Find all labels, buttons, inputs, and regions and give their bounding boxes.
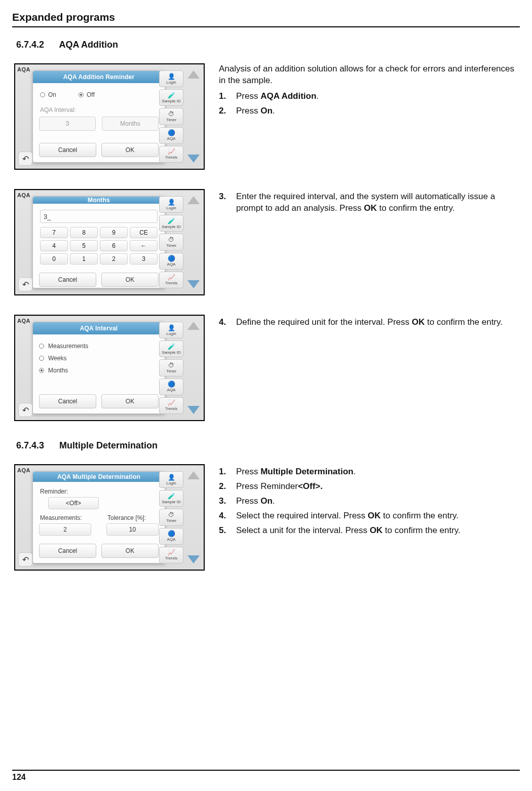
- radio-on[interactable]: On: [40, 91, 56, 98]
- ok-button[interactable]: OK: [101, 273, 159, 287]
- arrow-down-icon[interactable]: [187, 555, 200, 563]
- sidebar-trends[interactable]: 📈Trends: [159, 547, 183, 563]
- sidebar-timer[interactable]: ⏱Timer: [159, 509, 183, 525]
- aqa-icon: 🔵: [168, 255, 175, 261]
- back-arrow-icon: ↶: [22, 280, 29, 289]
- arrow-up-icon[interactable]: [187, 70, 200, 79]
- option-label: Weeks: [48, 355, 66, 362]
- back-button[interactable]: ↶: [18, 403, 32, 417]
- key-1[interactable]: 1: [70, 253, 98, 265]
- dialog-title: AQA Interval: [33, 322, 165, 334]
- sidebar-sample-id-label: Sample ID: [162, 500, 180, 504]
- sidebar-aqa[interactable]: 🔵AQA: [159, 379, 183, 395]
- section-number: 6.7.4.3: [16, 440, 44, 450]
- section-heading-aqa-addition: 6.7.4.2 AQA Addition: [16, 40, 520, 50]
- radio-dot-icon: [40, 92, 45, 97]
- back-button[interactable]: ↶: [18, 552, 32, 567]
- row-aqa-addition-1: AQA AQA Addition Reminder On Off AQA Int…: [12, 63, 520, 170]
- radio-off-label: Off: [87, 91, 95, 98]
- sidebar-timer[interactable]: ⏱Timer: [159, 108, 183, 125]
- key-backspace[interactable]: ←: [130, 240, 158, 251]
- cancel-button[interactable]: Cancel: [39, 544, 96, 558]
- interval-unit-field[interactable]: Months: [102, 117, 159, 131]
- sidebar-aqa[interactable]: 🔵AQA: [159, 528, 183, 545]
- cancel-button[interactable]: Cancel: [39, 273, 96, 287]
- key-2[interactable]: 2: [100, 253, 128, 265]
- page-number: 124: [12, 773, 520, 782]
- option-measurements[interactable]: Measurements: [39, 343, 159, 350]
- timer-icon: ⏱: [168, 512, 174, 518]
- sidebar-timer[interactable]: ⏱Timer: [159, 234, 183, 250]
- months-input[interactable]: 3_: [40, 210, 158, 223]
- key-ce[interactable]: CE: [130, 227, 158, 238]
- measurements-value-button[interactable]: 2: [39, 523, 91, 536]
- section-title: Multiple Determination: [59, 440, 158, 450]
- sidebar-sample-id[interactable]: 🧪Sample ID: [159, 490, 183, 507]
- radio-off[interactable]: Off: [79, 91, 95, 98]
- step-body: Select a unit for the interval. Press OK…: [236, 525, 516, 537]
- ok-button[interactable]: OK: [101, 394, 159, 408]
- login-icon: 👤: [168, 199, 175, 205]
- sidebar-sample-id[interactable]: 🧪Sample ID: [159, 341, 183, 357]
- sidebar-login[interactable]: 👤Login: [159, 471, 183, 488]
- sample-id-icon: 🧪: [168, 344, 175, 350]
- sidebar-login[interactable]: 👤Login: [159, 322, 183, 338]
- step-body: Press AQA Addition.: [236, 91, 516, 102]
- tolerance-value-button[interactable]: 10: [106, 523, 159, 536]
- back-arrow-icon: ↶: [22, 154, 29, 164]
- sidebar-aqa[interactable]: 🔵AQA: [159, 253, 183, 270]
- ok-button[interactable]: OK: [101, 544, 159, 558]
- back-button[interactable]: ↶: [18, 152, 32, 166]
- key-0[interactable]: 0: [40, 253, 68, 265]
- sidebar-login[interactable]: 👤Login: [159, 196, 183, 213]
- rule-top: [12, 26, 520, 27]
- sidebar-trends[interactable]: 📈Trends: [159, 146, 183, 163]
- option-months[interactable]: Months: [39, 367, 159, 374]
- interval-value-field[interactable]: 3: [39, 117, 96, 131]
- sidebar-aqa-label: AQA: [167, 262, 176, 267]
- key-5[interactable]: 5: [70, 240, 98, 251]
- step-number: 4.: [219, 510, 236, 522]
- reminder-label: Reminder:: [40, 488, 159, 495]
- radio-dot-filled-icon: [79, 92, 84, 97]
- key-3[interactable]: 3: [130, 253, 158, 265]
- sidebar-sample-id[interactable]: 🧪Sample ID: [159, 215, 183, 232]
- sidebar-trends[interactable]: 📈Trends: [159, 272, 183, 288]
- cancel-button[interactable]: Cancel: [39, 394, 96, 408]
- back-arrow-icon: ↶: [22, 555, 29, 564]
- key-4[interactable]: 4: [40, 240, 68, 251]
- cancel-button[interactable]: Cancel: [39, 143, 96, 157]
- sidebar-timer[interactable]: ⏱Timer: [159, 359, 183, 376]
- login-icon: 👤: [168, 73, 175, 80]
- tolerance-label: Tolerance [%]:: [107, 514, 159, 521]
- sidebar-login[interactable]: 👤Login: [159, 70, 183, 87]
- key-8[interactable]: 8: [70, 227, 98, 238]
- reminder-value-button[interactable]: <Off>: [48, 497, 99, 509]
- key-9[interactable]: 9: [100, 227, 128, 238]
- arrow-down-icon[interactable]: [187, 155, 200, 163]
- arrow-up-icon[interactable]: [187, 322, 200, 330]
- scroll-arrows: [186, 322, 201, 414]
- page-footer: 124: [12, 770, 520, 782]
- option-weeks[interactable]: Weeks: [39, 355, 159, 362]
- row-aqa-addition-2: AQA Months 3_ 7 8 9 CE 4 5 6 ← 0 1: [12, 189, 520, 295]
- sidebar-trends[interactable]: 📈Trends: [159, 397, 183, 414]
- step-number: 5.: [219, 525, 236, 537]
- key-7[interactable]: 7: [40, 227, 68, 238]
- arrow-up-icon[interactable]: [187, 196, 200, 204]
- rule-bottom: [12, 770, 520, 771]
- key-6[interactable]: 6: [100, 240, 128, 251]
- sidebar-aqa[interactable]: 🔵AQA: [159, 127, 183, 144]
- dialog-title: AQA Multiple Determination: [33, 472, 165, 482]
- step-number: 3.: [219, 191, 236, 214]
- sidebar-sample-id-label: Sample ID: [162, 224, 180, 229]
- step-body: Press Multiple Determination.: [236, 466, 516, 478]
- arrow-down-icon[interactable]: [187, 280, 200, 288]
- arrow-down-icon[interactable]: [187, 406, 200, 414]
- sidebar-sample-id[interactable]: 🧪Sample ID: [159, 89, 183, 106]
- back-button[interactable]: ↶: [18, 277, 32, 291]
- ok-button[interactable]: OK: [101, 143, 159, 157]
- arrow-up-icon[interactable]: [187, 471, 200, 479]
- sidebar-timer-label: Timer: [166, 243, 176, 248]
- step-body: Select the required interval. Press OK t…: [236, 510, 516, 522]
